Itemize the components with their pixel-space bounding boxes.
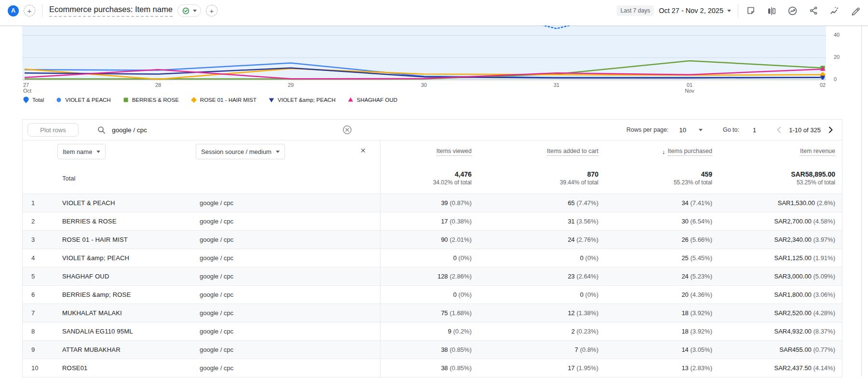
- cell-items-added-to-cart: 12 (1.38%): [472, 309, 598, 317]
- compare-icon[interactable]: [767, 6, 776, 15]
- table-total-row: Total 4,47634.02% of total 87039.44% of …: [23, 163, 842, 194]
- cell-items-purchased: 20 (4.36%): [598, 291, 712, 298]
- note-icon[interactable]: [746, 6, 756, 15]
- y-tick-label: 20: [834, 54, 840, 60]
- share-icon[interactable]: [809, 6, 818, 15]
- report-status-pill[interactable]: [177, 4, 201, 17]
- scrollbar[interactable]: [861, 26, 862, 376]
- rows-per-page-value[interactable]: 10: [679, 126, 686, 134]
- legend-label: Total: [32, 97, 44, 103]
- chevron-down-icon[interactable]: [699, 129, 703, 131]
- column-divider: [380, 140, 380, 377]
- cell-item-revenue: SAR2,520.00 (4.28%): [712, 309, 842, 317]
- date-preset-badge: Last 7 days: [617, 5, 654, 16]
- topbar: A + Ecommerce purchases: Item name + Las…: [0, 0, 868, 21]
- cell-item-revenue: SAR3,000.00 (5.09%): [712, 273, 842, 280]
- date-range-picker[interactable]: Oct 27 - Nov 2, 2025: [659, 7, 723, 14]
- total-items-added-to-cart: 870: [472, 170, 598, 179]
- total-sub: 55.23% of total: [598, 179, 712, 187]
- legend-item: VIOLET & PEACH: [55, 97, 110, 103]
- pagination-range: 1-10 of 325: [789, 126, 821, 134]
- sort-descending-icon: ↓: [662, 148, 665, 155]
- cell-items-viewed: 17 (0.38%): [380, 218, 472, 225]
- pagination: Rows per page: 10 Go to: 1 1-10 of 325: [626, 120, 835, 140]
- dimension-chip-item-name[interactable]: Item name: [57, 144, 106, 159]
- cell-session-source: google / cpc: [196, 364, 380, 372]
- check-circle-icon: [182, 7, 190, 15]
- cell-items-added-to-cart: 2 (0.23%): [472, 328, 598, 335]
- cell-items-added-to-cart: 0 (0%): [472, 254, 598, 262]
- chart-x-axis-line: [22, 80, 826, 80]
- cell-items-added-to-cart: 23 (2.64%): [472, 273, 598, 280]
- avatar[interactable]: A: [8, 5, 19, 16]
- cell-items-purchased: 26 (5.66%): [598, 236, 712, 243]
- column-header-item-revenue[interactable]: Item revenue: [800, 148, 835, 156]
- previous-page-icon[interactable]: [774, 125, 784, 135]
- row-index: 2: [23, 218, 57, 225]
- table-row[interactable]: 2BERRIES & ROSEgoogle / cpc17 (0.38%)31 …: [23, 212, 842, 230]
- edit-icon[interactable]: [851, 6, 860, 15]
- cell-session-source: google / cpc: [196, 273, 380, 280]
- gridline-20: [22, 57, 826, 58]
- cell-items-purchased: 30 (6.54%): [598, 218, 712, 225]
- plot-rows-button[interactable]: Plot rows: [27, 123, 79, 137]
- insights-sparkle-icon[interactable]: [829, 6, 840, 16]
- table-row[interactable]: 5SHAGHAF OUDgoogle / cpc128 (2.86%)23 (2…: [23, 267, 842, 285]
- total-items-purchased: 459: [598, 170, 712, 179]
- legend-item: SHAGHAF OUD: [347, 97, 397, 103]
- table-row[interactable]: 3ROSE 01 - HAIR MISTgoogle / cpc90 (2.01…: [23, 230, 842, 249]
- cell-item-revenue: SAR2,340.00 (3.97%): [712, 236, 842, 243]
- cell-items-purchased: 24 (5.23%): [598, 273, 712, 280]
- cell-items-viewed: 90 (2.01%): [380, 236, 472, 243]
- clear-search-icon[interactable]: [342, 125, 353, 135]
- search-input[interactable]: [111, 126, 296, 134]
- cell-item-name: VIOLET & PEACH: [57, 199, 196, 207]
- chart-plot-area: [22, 26, 826, 80]
- table-row[interactable]: 1VIOLET & PEACHgoogle / cpc39 (0.87%)65 …: [23, 194, 842, 212]
- triangle-up-marker-icon: [347, 97, 354, 103]
- cell-items-purchased: 34 (7.41%): [598, 199, 712, 207]
- legend-item: Total: [23, 97, 44, 103]
- y-tick-label: 40: [834, 32, 840, 38]
- dimension-chip-session-source[interactable]: Session source / medium: [196, 144, 285, 159]
- chart-legend: TotalVIOLET & PEACHBERRIES & ROSEROSE 01…: [23, 97, 397, 103]
- analytics-insights-icon[interactable]: [787, 6, 798, 16]
- column-header-items-added-to-cart[interactable]: Items added to cart: [547, 148, 598, 156]
- goto-page-input[interactable]: 1: [753, 126, 756, 134]
- row-index: 7: [23, 309, 57, 317]
- triangle-down-marker-icon: [268, 97, 275, 103]
- total-item-revenue: SAR58,895.00: [712, 170, 835, 179]
- x-tick-label: 29: [288, 82, 294, 88]
- column-header-items-viewed[interactable]: Items viewed: [436, 148, 472, 156]
- add-card-button[interactable]: +: [24, 5, 35, 16]
- table-row[interactable]: 10ROSE01google / cpc38 (0.85%)17 (1.95%)…: [23, 359, 842, 377]
- next-page-icon[interactable]: [826, 125, 835, 135]
- cell-item-revenue: SAR2,700.00 (4.58%): [712, 218, 842, 225]
- cell-session-source: google / cpc: [196, 328, 380, 335]
- cell-items-added-to-cart: 0 (0%): [472, 291, 598, 298]
- chevron-down-icon: [96, 151, 100, 153]
- table-row[interactable]: 8SANDALIA EG110 95MLgoogle / cpc9 (0.2%)…: [23, 322, 842, 340]
- cell-items-purchased: 14 (3.05%): [598, 346, 712, 353]
- table-row[interactable]: 6BERRIES &amp; ROSEgoogle / cpc0 (0%)0 (…: [23, 285, 842, 304]
- page-title[interactable]: Ecommerce purchases: Item name: [49, 5, 173, 17]
- search-icon: [97, 125, 106, 135]
- cell-item-revenue: SAR1,530.00 (2.6%): [712, 199, 842, 207]
- y-tick-label: 0: [834, 76, 837, 82]
- cell-items-viewed: 0 (0%): [380, 291, 472, 298]
- cell-items-added-to-cart: 65 (7.47%): [472, 199, 598, 207]
- table-row[interactable]: 7MUKHALAT MALAKIgoogle / cpc75 (1.68%)12…: [23, 304, 842, 322]
- table-row[interactable]: 4VIOLET &amp; PEACHgoogle / cpc0 (0%)0 (…: [23, 249, 842, 267]
- remove-dimension-icon[interactable]: ✕: [360, 147, 366, 154]
- cell-items-viewed: 38 (0.85%): [380, 346, 472, 353]
- table-row[interactable]: 9ATTAR MUBAKHARgoogle / cpc38 (0.85%)7 (…: [23, 340, 842, 359]
- column-header-items-purchased[interactable]: Items purchased: [668, 148, 712, 156]
- cell-items-purchased: 18 (3.92%): [598, 328, 712, 335]
- cell-item-name: BERRIES & ROSE: [57, 218, 196, 225]
- legend-label: BERRIES & ROSE: [132, 97, 179, 103]
- legend-label: VIOLET &amp; PEACH: [278, 97, 336, 103]
- add-report-button[interactable]: +: [206, 5, 217, 16]
- rows-per-page-label: Rows per page:: [626, 126, 669, 133]
- cell-item-revenue: SAR4,932.00 (8.37%): [712, 328, 842, 335]
- chevron-down-icon[interactable]: [727, 10, 731, 12]
